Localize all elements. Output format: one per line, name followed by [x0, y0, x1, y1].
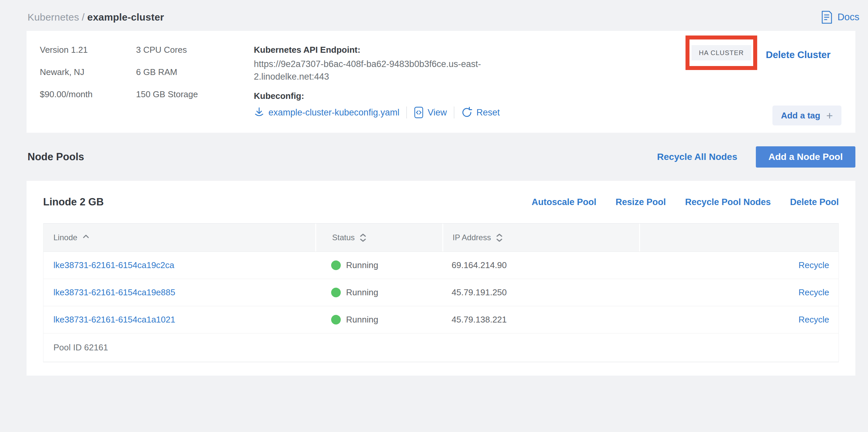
pool-id: Pool ID 62161 [43, 334, 838, 362]
status-running-dot [331, 260, 341, 270]
node-ip: 45.79.138.221 [442, 314, 639, 325]
api-endpoint-url: https://9e2a7307-b6ac-408f-ba62-9483b0b3… [254, 58, 506, 83]
resize-pool-button[interactable]: Resize Pool [616, 197, 666, 207]
kubeconfig-filename: example-cluster-kubeconfig.yaml [269, 107, 400, 118]
add-node-pool-button[interactable]: Add a Node Pool [756, 146, 856, 167]
column-header-linode[interactable]: Linode [43, 224, 315, 251]
ip-header-label: IP Address [453, 233, 491, 242]
cluster-summary-panel: Version 1.21 Newark, NJ $90.00/month 3 C… [27, 31, 856, 133]
summary-column-1: Version 1.21 Newark, NJ $90.00/month [40, 45, 136, 133]
reset-icon [461, 107, 472, 118]
autoscale-pool-button[interactable]: Autoscale Pool [532, 197, 596, 207]
cluster-version: Version 1.21 [40, 45, 136, 67]
reset-label: Reset [476, 107, 500, 118]
recycle-node-button[interactable]: Recycle [639, 287, 838, 298]
kubeconfig-actions: example-cluster-kubeconfig.yaml View [254, 106, 553, 119]
docs-icon [821, 10, 833, 24]
ha-cluster-highlight-box: HA CLUSTER [685, 35, 757, 70]
docs-label: Docs [837, 11, 859, 23]
recycle-node-button[interactable]: Recycle [639, 260, 838, 270]
sort-icon [360, 234, 366, 242]
cluster-ram: 6 GB RAM [136, 67, 254, 89]
cluster-price: $90.00/month [40, 89, 136, 112]
status-header-label: Status [332, 233, 355, 242]
divider [454, 106, 454, 119]
add-tag-label: Add a tag [781, 111, 820, 121]
status-running-dot [331, 288, 341, 297]
node-ip: 69.164.214.90 [442, 260, 639, 270]
kubeconfig-label: Kubeconfig: [254, 91, 553, 101]
docs-link[interactable]: Docs [821, 10, 859, 24]
node-link[interactable]: lke38731-62161-6154ca1a1021 [43, 314, 315, 325]
cluster-storage: 150 GB Storage [136, 89, 254, 112]
node-table: Linode Status IP Address [43, 223, 839, 362]
summary-column-3: Kubernetes API Endpoint: https://9e2a730… [254, 45, 553, 133]
recycle-pool-nodes-button[interactable]: Recycle Pool Nodes [685, 197, 771, 207]
delete-cluster-button[interactable]: Delete Cluster [766, 50, 831, 60]
table-row: lke38731-62161-6154ca1a1021 Running 45.7… [43, 306, 838, 334]
column-header-actions [639, 224, 838, 251]
node-ip: 45.79.191.250 [442, 287, 639, 298]
breadcrumb-cluster-name: example-cluster [87, 11, 164, 23]
node-link[interactable]: lke38731-62161-6154ca19e885 [43, 287, 315, 298]
reset-kubeconfig-button[interactable]: Reset [461, 107, 500, 118]
node-pool-panel: Linode 2 GB Autoscale Pool Resize Pool R… [27, 181, 856, 376]
add-tag-button[interactable]: Add a tag + [772, 105, 841, 125]
delete-pool-button[interactable]: Delete Pool [790, 197, 839, 207]
pool-head: Linode 2 GB Autoscale Pool Resize Pool R… [43, 181, 839, 223]
code-file-icon [414, 106, 424, 119]
view-label: View [428, 107, 447, 118]
status-running-dot [331, 315, 341, 325]
table-row: lke38731-62161-6154ca19e885 Running 45.7… [43, 279, 838, 306]
node-link[interactable]: lke38731-62161-6154ca19c2ca [43, 260, 315, 270]
node-status: Running [315, 314, 442, 325]
kubeconfig-download-link[interactable]: example-cluster-kubeconfig.yaml [254, 107, 400, 118]
download-icon [254, 107, 265, 118]
status-text: Running [346, 314, 378, 325]
kubernetes-cluster-detail-page: Kubernetes/example-cluster Docs Version … [0, 0, 868, 432]
view-kubeconfig-button[interactable]: View [414, 106, 447, 119]
breadcrumb-kubernetes[interactable]: Kubernetes [28, 11, 79, 23]
cluster-cpu: 3 CPU Cores [136, 45, 254, 67]
divider [406, 106, 407, 119]
column-header-status[interactable]: Status [315, 224, 442, 251]
table-row: lke38731-62161-6154ca19c2ca Running 69.1… [43, 252, 838, 279]
node-status: Running [315, 287, 442, 298]
pool-actions: Autoscale Pool Resize Pool Recycle Pool … [532, 197, 839, 207]
table-header: Linode Status IP Address [43, 223, 838, 252]
ha-cluster-badge: HA CLUSTER [691, 45, 751, 60]
breadcrumb-separator: / [82, 11, 85, 23]
status-text: Running [346, 287, 378, 298]
node-pools-title: Node Pools [28, 151, 84, 163]
column-header-ip[interactable]: IP Address [442, 224, 639, 251]
sort-icon [496, 234, 502, 242]
status-text: Running [346, 260, 378, 270]
recycle-all-nodes-button[interactable]: Recycle All Nodes [657, 152, 737, 162]
breadcrumb: Kubernetes/example-cluster [28, 11, 164, 23]
plus-icon: + [826, 110, 833, 121]
topbar: Kubernetes/example-cluster Docs [0, 0, 868, 31]
pool-name: Linode 2 GB [43, 196, 104, 208]
node-pools-section-head: Node Pools Recycle All Nodes Add a Node … [0, 133, 868, 181]
cluster-region: Newark, NJ [40, 67, 136, 89]
summary-column-2: 3 CPU Cores 6 GB RAM 150 GB Storage [136, 45, 254, 133]
sort-ascending-icon [83, 234, 89, 239]
node-pools-actions: Recycle All Nodes Add a Node Pool [657, 146, 856, 167]
api-endpoint-label: Kubernetes API Endpoint: [254, 45, 553, 55]
linode-header-label: Linode [54, 233, 77, 242]
recycle-node-button[interactable]: Recycle [639, 314, 838, 325]
node-status: Running [315, 260, 442, 270]
